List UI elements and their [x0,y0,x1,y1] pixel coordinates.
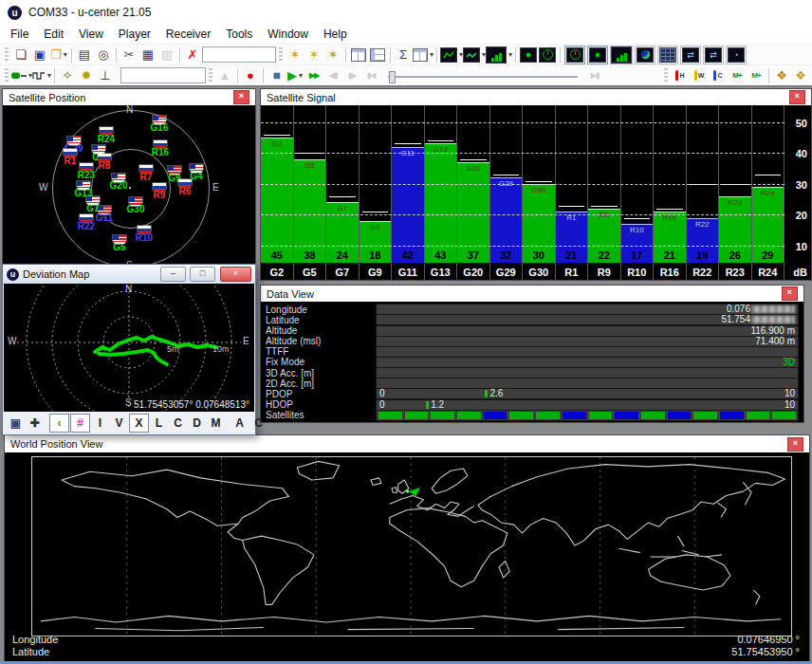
step-back-button[interactable]: ◀▮ [323,67,342,84]
fast-forward-button[interactable]: ▶▶ [304,67,323,84]
window-titlebar[interactable]: u COM33 - u-center 21.05 [0,0,812,25]
playback-position-slider[interactable] [388,68,578,83]
close-icon[interactable]: × [782,286,798,301]
close-icon[interactable]: × [787,437,803,452]
scale-5m-button[interactable]: V [110,415,128,432]
chevron-down-icon[interactable]: ▾ [47,71,51,80]
menu-player[interactable]: Player [111,26,158,43]
table-view-button[interactable]: ▾ [413,46,434,64]
toolbar-grip[interactable] [5,68,9,83]
print-preview-button[interactable]: ◎ [94,46,113,64]
satellite-signal-view-toggle[interactable] [610,46,633,65]
connect-button[interactable]: ▾ [11,67,32,84]
debugger-button[interactable]: ✹ [77,67,96,84]
messages-poll-button[interactable]: M+ [747,67,766,84]
toolbar-grip[interactable] [5,47,9,62]
toolbar-grip[interactable] [279,47,283,62]
filter-input[interactable] [202,46,276,63]
menu-edit[interactable]: Edit [36,26,71,43]
scale-500m-button[interactable]: D [188,415,206,432]
track-toggle[interactable]: ‹ [49,414,69,433]
auto-scale-button[interactable]: A [231,415,249,432]
menu-receiver[interactable]: Receiver [158,26,218,43]
menu-tools[interactable]: Tools [218,26,260,43]
satellite-position-header[interactable]: Satellite Position × [3,89,255,106]
dock-horizontal-button[interactable] [349,46,368,64]
history-chart-button[interactable]: ▾ [463,46,486,64]
delete-button[interactable]: ✗ [183,46,202,64]
firmware-update-button[interactable]: ❖ [772,67,791,84]
text-console-toggle[interactable]: ◔ [726,46,747,65]
toolbar-grip[interactable] [209,68,212,83]
bar-category-label: R9 [588,267,620,278]
pause-button[interactable]: ▮▮ [267,67,286,84]
toolbar-grip[interactable] [664,68,668,83]
paste-button[interactable]: ▥ [157,46,176,64]
play-button[interactable]: ▶▾ [286,67,304,84]
chevron-down-icon[interactable]: ▾ [430,50,434,59]
jump-end-button[interactable]: ▶▮ [585,67,604,84]
deviation-map-view-toggle[interactable] [587,46,608,65]
cut-button[interactable]: ✂ [120,46,138,64]
antenna-button[interactable]: ⊥ [96,67,115,84]
close-button[interactable]: × [220,267,251,282]
close-icon[interactable]: × [789,90,805,104]
new-chart-view-button[interactable]: ✶ [286,46,304,64]
deviation-map-titlebar[interactable]: u Deviation Map – □ × [3,265,255,285]
packet-console-toggle[interactable]: ⇄ [680,46,701,65]
satellite-position-view-toggle[interactable] [564,46,585,65]
close-icon[interactable]: × [233,90,249,104]
chevron-down-icon[interactable]: ▾ [508,50,512,59]
package-manager-button[interactable]: ❖ [791,67,810,84]
grid-toggle[interactable]: # [70,414,90,433]
view-settings-button[interactable]: ▣ [7,415,25,432]
clear-track-button[interactable]: C [249,415,268,432]
chevron-down-icon[interactable]: ▾ [64,50,67,59]
chevron-down-icon[interactable]: ▾ [299,71,303,80]
dock-vertical-button[interactable] [368,46,387,64]
save-button[interactable]: ▣ [30,46,49,64]
jump-start-button[interactable]: ▮◀ [361,67,380,84]
binary-console-toggle[interactable]: ⇄ [703,46,724,65]
maximize-button[interactable]: □ [190,267,215,282]
satellite-signal-header[interactable]: Satellite Signal × [261,89,811,106]
menu-help[interactable]: Help [316,26,355,43]
new-map-view-button[interactable]: ✶ [323,46,342,64]
slider-thumb[interactable] [389,71,396,83]
statistics-button[interactable]: Σ [394,46,413,64]
world-position-header[interactable]: World Position View × [5,435,809,453]
print-button[interactable]: ▤ [75,46,94,64]
scale-1000m-button[interactable]: M [207,415,225,432]
copy-button[interactable]: ▦ [138,46,157,64]
open-button[interactable]: ❒▾ [49,46,68,64]
autobauding-button[interactable]: ✧ [58,67,77,84]
world-position-view-toggle[interactable] [635,46,655,65]
hotstart-button[interactable]: H [671,67,690,84]
menu-view[interactable]: View [71,26,111,43]
coldstart-button[interactable]: C [709,67,728,84]
data-view-toggle[interactable] [657,46,678,65]
new-file-button[interactable]: ❏ [11,46,30,64]
center-position-button[interactable]: ✚ [26,415,44,432]
menu-window[interactable]: Window [260,26,316,43]
scale-10m-button[interactable]: X [129,414,149,433]
record-button[interactable]: ● [241,67,260,84]
compass-view-button[interactable] [538,46,557,64]
step-forward-button[interactable]: ▮▶ [342,67,361,84]
chart-view-button[interactable]: ▾ [440,46,463,64]
minimize-button[interactable]: – [160,267,186,282]
eject-button[interactable]: ▲ [215,67,234,84]
baudrate-button[interactable]: ▾ [32,67,51,84]
toolbar-separator [263,68,264,83]
menu-file[interactable]: File [3,26,36,43]
histogram-view-button[interactable]: ▾ [486,46,512,64]
scale-100m-button[interactable]: C [169,415,187,432]
warmstart-button[interactable]: W [690,67,709,84]
map-view-button[interactable] [519,46,538,64]
new-table-view-button[interactable]: ✶ [304,46,323,64]
data-view-header[interactable]: Data View × [261,286,803,303]
scale-1m-button[interactable]: I [91,415,109,432]
network-input[interactable] [120,67,206,83]
scale-50m-button[interactable]: L [150,415,168,432]
messages-config-button[interactable]: M+ [728,67,747,84]
